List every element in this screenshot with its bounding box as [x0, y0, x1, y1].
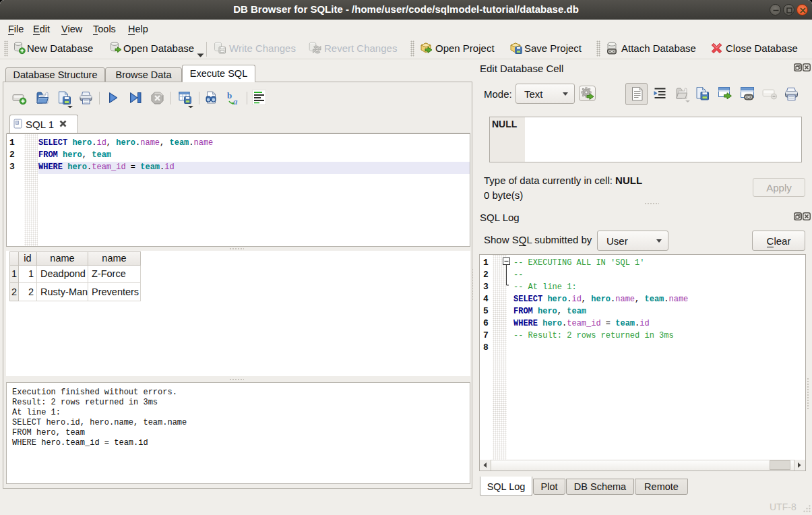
svg-text:b: b	[227, 90, 232, 100]
svg-text:a: a	[233, 96, 238, 107]
